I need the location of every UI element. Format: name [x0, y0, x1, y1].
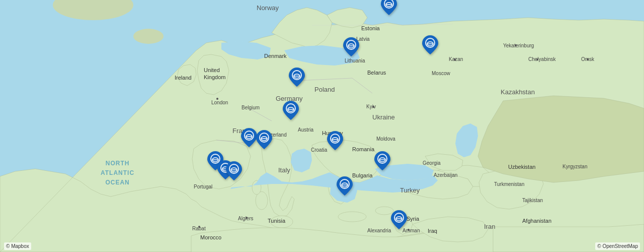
marker-sw1[interactable] [241, 128, 257, 147]
dot-amman [408, 229, 410, 231]
marker-moscow[interactable] [422, 35, 438, 54]
map-background [0, 0, 644, 252]
dot-yekaterinburg [515, 44, 517, 46]
svg-point-6 [338, 212, 366, 222]
marker-sw2[interactable] [256, 130, 272, 149]
marker-estonia[interactable] [381, 0, 397, 15]
dot-kazan [454, 58, 456, 60]
dot-algiers [246, 217, 248, 219]
marker-austria[interactable] [283, 101, 299, 120]
osm-attribution[interactable]: © OpenStreetMap [595, 242, 640, 250]
marker-romania[interactable] [374, 151, 390, 170]
marker-croatia[interactable] [327, 131, 343, 150]
svg-point-2 [133, 29, 164, 44]
dot-london [216, 98, 218, 100]
marker-israel[interactable] [391, 210, 407, 229]
dot-rabat [198, 226, 200, 228]
dot-chelyabinsk [536, 58, 538, 60]
dot-omsk [587, 58, 589, 60]
dot-kyiv [372, 106, 374, 108]
svg-point-3 [271, 216, 293, 228]
marker-berlin[interactable] [289, 68, 305, 87]
marker-lithuania[interactable] [343, 37, 359, 56]
map-container[interactable]: Norway Estonia Latvia Denmark Ireland Un… [0, 0, 644, 252]
marker-spain3[interactable] [226, 161, 242, 180]
mapbox-attribution[interactable]: © Mapbox [4, 242, 31, 250]
marker-greece[interactable] [337, 176, 353, 196]
